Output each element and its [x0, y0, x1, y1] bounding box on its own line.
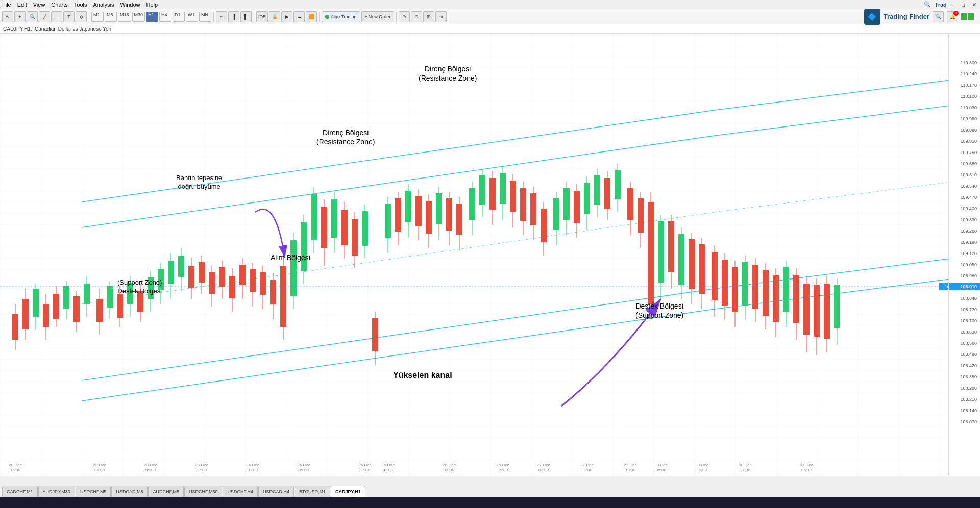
- menu-view[interactable]: View: [33, 2, 45, 8]
- svg-rect-42: [168, 261, 174, 284]
- svg-text:19:00: 19:00: [625, 468, 636, 472]
- tab-cadjpy-h1[interactable]: CADJPY,H1: [331, 486, 365, 497]
- svg-rect-108: [510, 181, 516, 212]
- tab-usdchf-h4[interactable]: USDCHF,H4: [223, 486, 258, 497]
- svg-rect-100: [469, 188, 475, 220]
- minimize-btn[interactable]: ─: [946, 0, 958, 9]
- menu-bar: File Edit View Charts Tools Analysis Win…: [0, 0, 980, 9]
- svg-rect-98: [456, 204, 462, 235]
- svg-rect-80: [362, 211, 368, 246]
- text-tool[interactable]: T: [63, 11, 75, 22]
- tf-mn[interactable]: MN: [199, 12, 211, 22]
- svg-rect-132: [638, 198, 644, 233]
- menu-file[interactable]: File: [2, 2, 11, 8]
- svg-rect-86: [395, 198, 401, 232]
- svg-text:109.960: 109.960: [960, 116, 977, 121]
- chart-tabs: CADCHF,M1 AUDJPY,M30 USDCHF,M5 USDCAD,M5…: [0, 476, 980, 497]
- linechart-btn[interactable]: ~: [216, 11, 227, 22]
- lock-btn[interactable]: 🔒: [269, 11, 280, 22]
- svg-rect-126: [604, 178, 610, 209]
- tab-usdcad-h4[interactable]: USDCAD,H4: [258, 486, 294, 497]
- ide-btn[interactable]: IDE: [256, 11, 268, 22]
- svg-rect-82: [372, 318, 378, 351]
- tab-usdchf-m30[interactable]: USDCHF,M30: [184, 486, 223, 497]
- svg-rect-84: [385, 204, 391, 238]
- shapes-tool[interactable]: ◇: [76, 11, 87, 22]
- hline-tool[interactable]: ─: [51, 11, 62, 22]
- svg-rect-158: [773, 275, 779, 322]
- tf-h1[interactable]: H1: [146, 12, 158, 22]
- svg-rect-22: [63, 286, 69, 309]
- logo-name-toolbar: Trading Finder: [884, 13, 929, 20]
- svg-text:108.490: 108.490: [960, 352, 977, 357]
- candlechart-btn[interactable]: ▌: [240, 11, 252, 22]
- chart-area[interactable]: 108.910 20 Dec 15:00 23 Dec 01:00 23 Dec…: [0, 34, 948, 476]
- svg-rect-112: [530, 193, 536, 225]
- chart-container: 108.910 20 Dec 15:00 23 Dec 01:00 23 Dec…: [0, 34, 980, 497]
- menu-charts[interactable]: Charts: [51, 2, 67, 8]
- new-order-btn[interactable]: + New Order: [361, 11, 395, 22]
- grid-btn[interactable]: ⊞: [423, 11, 434, 22]
- tab-usdcad-m5[interactable]: USDCAD,M5: [111, 486, 148, 497]
- crosshair-tool[interactable]: +: [14, 11, 26, 22]
- svg-rect-124: [594, 175, 600, 205]
- svg-rect-120: [574, 191, 580, 223]
- svg-rect-170: [834, 285, 840, 328]
- window-controls: ─ □ ✕: [946, 0, 980, 9]
- svg-text:110.240: 110.240: [960, 71, 977, 77]
- svg-text:110.300: 110.300: [960, 60, 977, 65]
- zoom-in-btn[interactable]: ⊕: [399, 11, 410, 22]
- svg-rect-38: [148, 277, 154, 299]
- svg-text:21:00: 21:00: [740, 468, 751, 472]
- notification-btn[interactable]: 🔔 1: [947, 11, 958, 22]
- svg-text:30 Dec: 30 Dec: [739, 463, 751, 467]
- svg-text:11:00: 11:00: [444, 468, 455, 472]
- svg-text:108.630: 108.630: [960, 329, 977, 335]
- cursor-tool[interactable]: ↖: [2, 11, 13, 22]
- svg-rect-168: [824, 284, 830, 339]
- svg-text:109.890: 109.890: [960, 128, 977, 133]
- svg-text:108.840: 108.840: [960, 296, 977, 301]
- tf-m15[interactable]: M15: [118, 12, 131, 22]
- maximize-btn[interactable]: □: [958, 0, 969, 9]
- tf-h4[interactable]: H4: [159, 12, 172, 22]
- zoom-out-btn[interactable]: ⊖: [411, 11, 422, 22]
- tab-btcusd-m1[interactable]: BTCUSD,M1: [295, 486, 330, 497]
- tab-cadchf-m1[interactable]: CADCHF,M1: [2, 486, 38, 497]
- menu-tools[interactable]: Tools: [74, 2, 87, 8]
- svg-text:109.330: 109.330: [960, 217, 977, 222]
- algo-trading-btn[interactable]: Algo Trading: [322, 11, 360, 22]
- svg-rect-46: [188, 266, 194, 288]
- line-tool[interactable]: ╱: [39, 11, 50, 22]
- barchart-btn[interactable]: ▐: [228, 11, 239, 22]
- svg-text:108.910: 108.910: [960, 284, 977, 289]
- svg-rect-32: [117, 294, 123, 318]
- tf-m1[interactable]: M1: [91, 12, 104, 22]
- tf-m5[interactable]: M5: [105, 12, 117, 22]
- tab-usdchf-m5[interactable]: USDCHF,M5: [76, 486, 111, 497]
- close-btn[interactable]: ✕: [969, 0, 980, 9]
- menu-analysis[interactable]: Analysis: [93, 2, 114, 8]
- zoom-in-tool[interactable]: 🔍: [27, 11, 38, 22]
- tf-d1[interactable]: D1: [173, 12, 185, 22]
- svg-rect-128: [615, 170, 621, 199]
- svg-rect-50: [209, 272, 215, 294]
- chart-info-bar: CADJPY,H1: Canadian Dollar vs Japanese Y…: [0, 24, 980, 34]
- svg-text:109.120: 109.120: [960, 251, 977, 256]
- svg-rect-156: [763, 270, 769, 316]
- auto-scroll-btn[interactable]: ⇥: [435, 11, 447, 22]
- menu-help[interactable]: Help: [146, 2, 158, 8]
- algo-trading-indicator: [325, 15, 329, 19]
- tab-audjpy-m30[interactable]: AUDJPY,M30: [38, 486, 75, 497]
- play-btn[interactable]: ▶: [281, 11, 292, 22]
- cloud-btn[interactable]: ☁: [293, 11, 305, 22]
- signal-btn[interactable]: 📶: [306, 11, 317, 22]
- search-btn[interactable]: 🔍: [933, 11, 944, 22]
- menu-window[interactable]: Window: [120, 2, 140, 8]
- svg-rect-160: [783, 267, 789, 312]
- tab-audchf-m5[interactable]: AUDCHF,M5: [148, 486, 184, 497]
- tf-m30[interactable]: M30: [132, 12, 145, 22]
- tf-w1[interactable]: W1: [186, 12, 198, 22]
- svg-rect-94: [436, 193, 442, 224]
- menu-edit[interactable]: Edit: [17, 2, 27, 8]
